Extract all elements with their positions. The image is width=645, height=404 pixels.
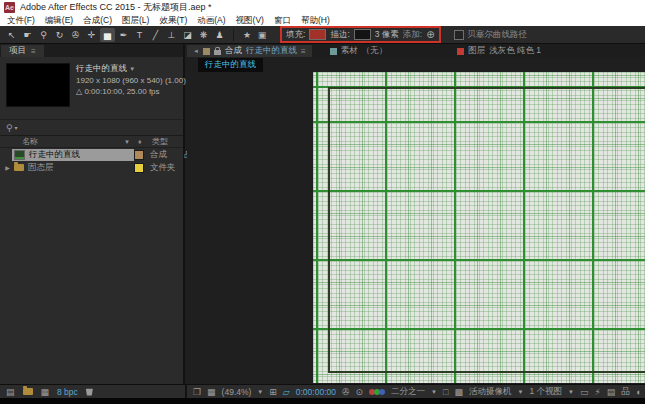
transparency-grid-icon[interactable]: ▩ <box>454 387 463 397</box>
pen-tool-icon[interactable]: ✒ <box>116 28 131 42</box>
search-caret-icon[interactable]: ▾ <box>15 124 18 131</box>
rotation-tool-icon[interactable]: ↻ <box>52 28 67 42</box>
project-tab-row: 项目 ≡ <box>0 44 183 57</box>
menu-edit[interactable]: 编辑(E) <box>45 15 73 27</box>
roto-brush-tool-icon[interactable]: ❋ <box>196 28 211 42</box>
label-column-icon[interactable]: ♦ <box>138 138 152 145</box>
grid-guides-options-icon[interactable]: ⊞ <box>269 387 277 397</box>
type-tool-icon[interactable]: T <box>132 28 147 42</box>
snapshot-icon[interactable]: ✇ <box>342 387 350 397</box>
comp-mini-flowchart-tab[interactable]: 行走中的直线 <box>198 58 263 72</box>
label-color-swatch[interactable] <box>134 163 144 173</box>
hand-tool-icon[interactable]: ☛ <box>20 28 35 42</box>
app-icon: Ae <box>4 2 15 13</box>
column-type[interactable]: 类型 <box>152 136 168 147</box>
star-icon[interactable]: ★ <box>240 30 254 40</box>
clone-stamp-tool-icon[interactable]: ⊥ <box>164 28 179 42</box>
mask-visibility-icon[interactable]: ▱ <box>283 387 290 397</box>
title-bar: Ae Adobe After Effects CC 2015 - 无标题项目.a… <box>0 0 645 15</box>
menu-animation[interactable]: 动画(A) <box>197 15 225 27</box>
flowchart-icon[interactable]: 品 <box>621 385 630 398</box>
selected-item-name-cell[interactable]: 行走中的直线 <box>12 149 134 161</box>
panel-menu-icon[interactable]: ≡ <box>301 47 306 56</box>
fast-preview-icon[interactable]: ⚡ <box>594 387 600 397</box>
table-row[interactable]: 行走中的直线 合成 品 <box>0 148 183 161</box>
main-area: 项目 ≡ 行走中的直线 ▼ 1920 x 1080 (960 x 540) (1… <box>0 44 645 384</box>
current-timecode[interactable]: 0:00:00:00 <box>296 387 336 397</box>
search-icon[interactable]: ⚲ <box>6 123 13 133</box>
zoom-caret-icon[interactable]: ▼ <box>257 389 263 395</box>
row-expander-icon[interactable]: ▶ <box>3 164 12 171</box>
pan-behind-tool-icon[interactable]: ✛ <box>84 28 99 42</box>
new-folder-icon[interactable] <box>23 388 33 395</box>
preview-duration: 0:00:10:00, 25.00 fps <box>84 87 159 96</box>
bezier-path-option[interactable]: 贝塞尔曲线路径 <box>454 29 528 41</box>
composition-grid-view[interactable] <box>313 72 645 383</box>
view-layout-value[interactable]: 1 个视图 <box>529 386 562 398</box>
project-search[interactable]: ⚲ ▾ <box>0 119 183 136</box>
interpret-footage-icon[interactable]: ▤ <box>6 387 15 397</box>
stroke-label[interactable]: 描边: <box>330 29 349 41</box>
collapse-icon[interactable]: ◄ <box>193 48 199 54</box>
menu-file[interactable]: 文件(F) <box>7 15 35 27</box>
lock-icon[interactable] <box>214 50 221 55</box>
always-preview-icon[interactable]: ❐ <box>193 387 201 397</box>
column-name[interactable]: 名称 <box>22 136 124 147</box>
camera-caret-icon[interactable]: ▼ <box>517 389 523 395</box>
annotation-highlight-box: 填充: 描边: 3 像素 添加: ⊕ <box>280 26 441 43</box>
table-row[interactable]: ▶ 固态层 文件夹 <box>0 161 183 174</box>
label-color-swatch[interactable] <box>134 150 144 160</box>
show-channel-icon[interactable] <box>369 388 385 396</box>
stroke-width-value[interactable]: 3 像素 <box>375 29 399 41</box>
trash-icon[interactable] <box>86 388 93 396</box>
viewer-tab-row: ◄ 合成 行走中的直线 ≡ 素材 （无） 图层 浅灰色 纯色 1 <box>187 44 645 57</box>
menu-composition[interactable]: 合成(C) <box>83 15 112 27</box>
menu-help[interactable]: 帮助(H) <box>301 15 330 27</box>
new-composition-icon[interactable]: ▦ <box>41 387 50 397</box>
zoom-tool-icon[interactable]: ⚲ <box>36 28 51 42</box>
tab-footage[interactable]: 素材 （无） <box>330 45 388 57</box>
fill-label[interactable]: 填充: <box>286 29 305 41</box>
project-preview: 行走中的直线 ▼ 1920 x 1080 (960 x 540) (1.00) … <box>0 57 183 119</box>
snapping-icon[interactable]: ▣ <box>255 30 269 40</box>
tab-composition[interactable]: ◄ 合成 行走中的直线 ≡ <box>187 45 312 57</box>
camera-view-value[interactable]: 活动摄像机 <box>469 386 512 398</box>
preview-comp-name[interactable]: 行走中的直线 <box>76 63 127 73</box>
zoom-level-value[interactable]: (49.4%) <box>222 387 252 397</box>
comp-tab-kind: 合成 <box>225 45 242 57</box>
viewer-stage <box>187 70 645 384</box>
viewer-footer: ❐ ▦ (49.4%) ▼ ⊞ ▱ 0:00:00:00 ✇ ⊙ 二分之一 ▼ … <box>187 385 645 398</box>
tab-project[interactable]: 项目 ≡ <box>1 45 44 57</box>
region-of-interest-icon[interactable]: □ <box>443 387 448 397</box>
resolution-caret-icon[interactable]: ▼ <box>431 389 437 395</box>
item-name-cell[interactable]: 固态层 <box>12 162 134 174</box>
pixel-aspect-icon[interactable]: ▭ <box>580 387 589 397</box>
menu-effect[interactable]: 效果(T) <box>159 15 187 27</box>
panel-menu-icon[interactable]: ≡ <box>31 47 36 56</box>
resolution-value[interactable]: 二分之一 <box>391 386 425 398</box>
menu-layer[interactable]: 图层(L) <box>122 15 149 27</box>
timeline-icon[interactable]: ▤ <box>607 387 616 397</box>
preview-caret-icon[interactable]: ▼ <box>129 66 135 72</box>
puppet-pin-tool-icon[interactable]: ♟ <box>212 28 227 42</box>
tool-bar: ↖ ☛ ⚲ ↻ ✇ ✛ ▅ ✒ T ╱ ⊥ ◪ ❋ ♟ ★ ▣ 填充: 描边: … <box>0 26 645 44</box>
views-caret-icon[interactable]: ▼ <box>568 389 574 395</box>
sort-caret-icon[interactable]: ▼ <box>124 139 138 145</box>
rectangle-tool-icon[interactable]: ▅ <box>100 28 115 42</box>
camera-tool-icon[interactable]: ✇ <box>68 28 83 42</box>
fill-color-swatch[interactable] <box>309 29 326 40</box>
eraser-tool-icon[interactable]: ◪ <box>180 28 195 42</box>
tab-layer[interactable]: 图层 浅灰色 纯色 1 <box>457 45 541 57</box>
brush-tool-icon[interactable]: ╱ <box>148 28 163 42</box>
selection-tool-icon[interactable]: ↖ <box>4 28 19 42</box>
bezier-checkbox[interactable] <box>454 30 464 40</box>
toolbar-separator <box>233 29 234 41</box>
stroke-color-swatch[interactable] <box>354 29 371 40</box>
menu-window[interactable]: 窗口 <box>274 15 291 27</box>
add-icon[interactable]: ⊕ <box>426 29 434 40</box>
reset-exposure-icon[interactable]: ◐ <box>636 387 641 397</box>
menu-view[interactable]: 视图(V) <box>236 15 264 27</box>
show-snapshot-icon[interactable]: ⊙ <box>356 387 364 397</box>
main-screen-icon[interactable]: ▦ <box>207 387 216 397</box>
color-depth-value[interactable]: 8 bpc <box>57 387 78 397</box>
